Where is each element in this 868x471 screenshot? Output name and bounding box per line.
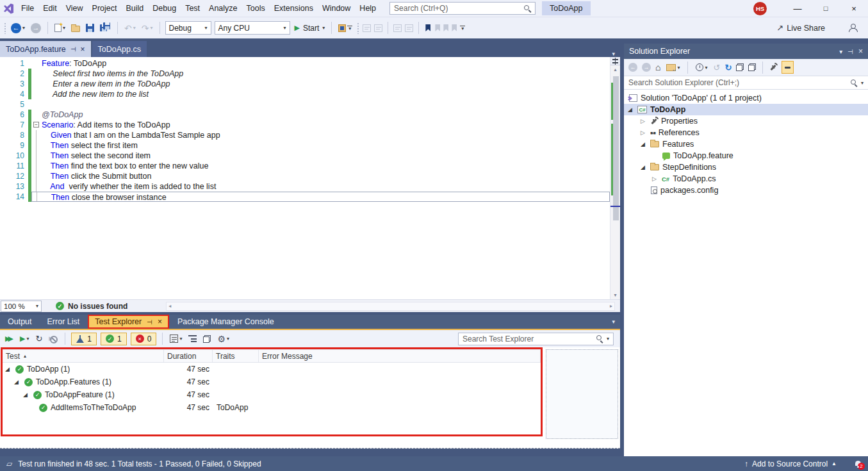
expanded-icon[interactable]: ◢ xyxy=(641,164,647,170)
close-button[interactable]: × xyxy=(840,0,868,17)
navigate-forward-button[interactable]: → xyxy=(29,22,42,35)
pending-changes-filter-button[interactable]: ▾ xyxy=(694,62,708,72)
menu-debug[interactable]: Debug xyxy=(148,0,181,17)
menu-view[interactable]: View xyxy=(61,0,88,17)
forward-icon[interactable]: → xyxy=(642,63,651,72)
collapse-region-icon[interactable]: − xyxy=(33,122,39,128)
code-line[interactable]: 11 Then find the text box to enter the n… xyxy=(0,161,610,171)
menu-file[interactable]: File xyxy=(17,0,38,17)
add-to-source-control-button[interactable]: ↑ Add to Source Control ▲ xyxy=(744,459,837,468)
tree-item-features-folder[interactable]: ◢ Features xyxy=(624,138,868,150)
tab-test-explorer[interactable]: Test Explorer ⊤ × xyxy=(89,316,168,327)
code-line[interactable]: 2 Select first two items in the ToDoApp xyxy=(0,69,610,79)
properties-wrench-icon[interactable] xyxy=(769,63,777,71)
collapsed-icon[interactable]: ▷ xyxy=(641,118,647,124)
copy-icon[interactable] xyxy=(748,63,756,71)
column-header-traits[interactable]: Traits xyxy=(213,350,259,362)
tree-item-properties[interactable]: ▷ Properties xyxy=(624,115,868,127)
menu-project[interactable]: Project xyxy=(88,0,122,17)
preview-selected-toggle[interactable] xyxy=(782,61,794,74)
column-header-error-message[interactable]: Error Message xyxy=(259,350,540,362)
tree-item-solution[interactable]: Solution 'ToDoApp' (1 of 1 project) xyxy=(624,92,868,104)
tab-todoapp-feature[interactable]: ToDoApp.feature ⊤ × xyxy=(0,41,91,57)
tree-item-todoapp-cs[interactable]: ▷ C# ToDoApp.cs xyxy=(624,173,868,185)
code-line[interactable]: 3 Enter a new item in the ToDoApp xyxy=(0,79,610,89)
pin-icon[interactable]: ⊤ xyxy=(847,49,854,54)
solution-config-dropdown[interactable]: Debug▾ xyxy=(165,21,211,35)
code-line[interactable]: 13 And verify whether the item is added … xyxy=(0,181,610,192)
menu-analyze[interactable]: Analyze xyxy=(204,0,242,17)
restore-button[interactable]: □ xyxy=(812,0,840,17)
toggle-bookmark-button[interactable] xyxy=(424,23,432,33)
close-icon[interactable]: × xyxy=(158,317,162,326)
code-line-current[interactable]: 14 Then close the browser instance xyxy=(0,192,610,202)
platform-dropdown[interactable]: Any CPU▾ xyxy=(215,21,290,35)
tab-error-list[interactable]: Error List xyxy=(40,315,88,329)
expanded-icon[interactable]: ◢ xyxy=(641,141,647,147)
menu-tools[interactable]: Tools xyxy=(242,0,270,17)
tab-package-manager-console[interactable]: Package Manager Console xyxy=(170,315,282,329)
user-avatar[interactable]: HS xyxy=(753,2,767,15)
pin-icon[interactable]: ⊤ xyxy=(146,319,153,325)
test-settings-button[interactable]: ⚙▾ xyxy=(216,333,231,345)
chevron-down-icon[interactable]: ▾ xyxy=(607,51,620,57)
code-line[interactable]: 9 Then select the first item xyxy=(0,140,610,151)
menu-build[interactable]: Build xyxy=(121,0,148,17)
pin-icon[interactable]: ⊤ xyxy=(70,46,77,52)
notifications-bell-icon[interactable]: 2 xyxy=(854,460,862,468)
code-line[interactable]: 8 Given that I am on the LambdaTest Samp… xyxy=(0,130,610,140)
editor-vertical-scrollbar[interactable]: ▴ ▾ xyxy=(610,57,620,299)
filter-passed-tests-toggle[interactable]: ✓1 xyxy=(101,333,127,345)
switch-views-button[interactable]: ▾ xyxy=(665,63,681,72)
undo-button[interactable]: ↶▾ xyxy=(123,22,137,34)
start-debug-button[interactable]: ▶Start▾ xyxy=(293,22,327,34)
code-line[interactable]: 7−Scenario: Add items to the ToDoApp xyxy=(0,120,610,130)
menu-extensions[interactable]: Extensions xyxy=(270,0,318,17)
minimize-button[interactable]: — xyxy=(783,0,812,17)
new-file-button[interactable]: ▾ xyxy=(53,22,67,33)
menu-edit[interactable]: Edit xyxy=(38,0,61,17)
sync-icon[interactable]: ↺ xyxy=(714,63,721,72)
tab-todoapp-cs[interactable]: ToDoApp.cs xyxy=(92,41,147,57)
document-health-indicator[interactable]: ✓No issues found xyxy=(56,302,127,311)
collapsed-icon[interactable]: ▷ xyxy=(641,129,647,136)
live-share-button[interactable]: ↗Live Share xyxy=(776,23,825,33)
layers-button[interactable] xyxy=(202,334,212,344)
run-tests-button[interactable]: ▶▾ xyxy=(19,333,30,344)
tree-item-stepdefinitions-folder[interactable]: ◢ StepDefinitions xyxy=(624,161,868,173)
collapse-all-icon[interactable] xyxy=(736,63,744,71)
expanded-icon[interactable]: ◢ xyxy=(14,379,21,385)
menu-window[interactable]: Window xyxy=(318,0,355,17)
code-line[interactable]: 1Feature: ToDoApp xyxy=(0,58,610,69)
tree-item-project-todoapp[interactable]: ◢ C# ToDoApp xyxy=(624,104,868,115)
table-row[interactable]: ◢✓ToDoAppFeature (1) 47 sec xyxy=(3,388,541,401)
editor-horizontal-scrollbar[interactable]: ◂▸ xyxy=(166,302,615,311)
test-explorer-search-box[interactable]: Search Test Explorer ▾ xyxy=(458,333,614,345)
scroll-right-icon[interactable]: ▸ xyxy=(610,303,612,309)
open-file-button[interactable] xyxy=(70,22,81,33)
chevron-down-icon[interactable]: ▾ xyxy=(839,48,842,55)
scroll-down-icon[interactable]: ▾ xyxy=(610,291,620,299)
code-line[interactable]: 10 Then select the second item xyxy=(0,151,610,161)
close-icon[interactable]: × xyxy=(858,47,863,56)
code-area[interactable]: 1Feature: ToDoApp 2 Select first two ite… xyxy=(0,57,610,299)
tree-item-references[interactable]: ▷ ■-■ References xyxy=(624,127,868,138)
solution-explorer-search-box[interactable]: Search Solution Explorer (Ctrl+;) ▾ xyxy=(624,76,868,90)
collapsed-icon[interactable]: ▷ xyxy=(652,176,659,182)
code-line[interactable]: 5 xyxy=(0,99,610,110)
group-by-button[interactable] xyxy=(187,334,198,343)
cancel-run-button[interactable] xyxy=(47,333,59,345)
chevron-down-icon[interactable]: ▾ xyxy=(607,315,620,329)
toolbar-overflow-icon[interactable]: ▾ xyxy=(460,26,465,30)
expanded-icon[interactable]: ◢ xyxy=(5,366,12,372)
playlist-button[interactable]: ▾ xyxy=(168,333,183,344)
attach-process-button[interactable]: ▾ xyxy=(337,23,354,33)
code-line[interactable]: 12 Then click the Submit button xyxy=(0,171,610,181)
save-button[interactable] xyxy=(85,22,95,33)
code-line[interactable]: 4 Add the new item to the list xyxy=(0,89,610,99)
menu-help[interactable]: Help xyxy=(355,0,381,17)
scrollbar-thumb[interactable] xyxy=(613,76,619,220)
tree-item-todoapp-feature[interactable]: ToDoApp.feature xyxy=(624,150,868,161)
tree-item-packages-config[interactable]: packages.config xyxy=(624,185,868,196)
save-all-button[interactable] xyxy=(99,22,112,34)
